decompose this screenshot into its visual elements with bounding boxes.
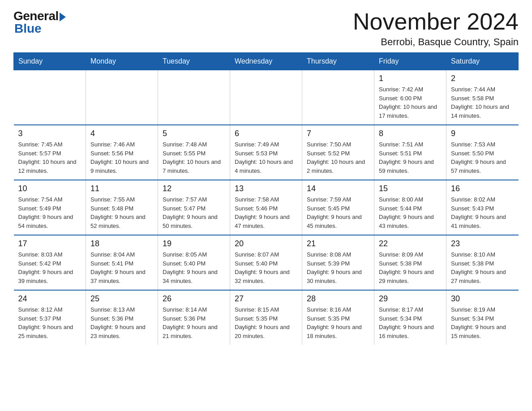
day-info: Sunrise: 8:13 AMSunset: 5:36 PMDaylight:… (90, 305, 153, 340)
calendar-cell: 25Sunrise: 8:13 AMSunset: 5:36 PMDayligh… (86, 290, 158, 345)
day-number: 6 (235, 129, 297, 138)
day-number: 21 (307, 239, 369, 248)
day-info: Sunrise: 7:48 AMSunset: 5:55 PMDaylight:… (163, 140, 225, 175)
calendar-cell: 30Sunrise: 8:19 AMSunset: 5:34 PMDayligh… (446, 290, 519, 345)
calendar-cell (302, 70, 374, 125)
calendar-cell: 26Sunrise: 8:14 AMSunset: 5:36 PMDayligh… (158, 290, 230, 345)
day-number: 25 (90, 294, 153, 304)
day-number: 28 (307, 294, 369, 304)
calendar-cell: 5Sunrise: 7:48 AMSunset: 5:55 PMDaylight… (158, 125, 230, 180)
day-of-week-header: Monday (86, 53, 158, 70)
day-number: 26 (163, 294, 225, 304)
day-info: Sunrise: 8:02 AMSunset: 5:43 PMDaylight:… (451, 195, 514, 230)
day-info: Sunrise: 7:50 AMSunset: 5:52 PMDaylight:… (307, 140, 369, 175)
calendar-cell: 23Sunrise: 8:10 AMSunset: 5:38 PMDayligh… (446, 235, 519, 290)
day-info: Sunrise: 7:59 AMSunset: 5:45 PMDaylight:… (307, 195, 369, 230)
day-number: 30 (451, 294, 514, 304)
calendar-cell: 11Sunrise: 7:55 AMSunset: 5:48 PMDayligh… (86, 180, 158, 235)
day-of-week-header: Tuesday (158, 53, 230, 70)
calendar-week-row: 3Sunrise: 7:45 AMSunset: 5:57 PMDaylight… (14, 125, 519, 180)
calendar-cell: 20Sunrise: 8:07 AMSunset: 5:40 PMDayligh… (230, 235, 302, 290)
calendar-cell: 4Sunrise: 7:46 AMSunset: 5:56 PMDaylight… (86, 125, 158, 180)
calendar-week-row: 1Sunrise: 7:42 AMSunset: 6:00 PMDaylight… (14, 70, 519, 125)
logo-blue-text: Blue (14, 21, 42, 36)
calendar-cell: 21Sunrise: 8:08 AMSunset: 5:39 PMDayligh… (302, 235, 374, 290)
calendar-cell: 27Sunrise: 8:15 AMSunset: 5:35 PMDayligh… (230, 290, 302, 345)
calendar-cell: 13Sunrise: 7:58 AMSunset: 5:46 PMDayligh… (230, 180, 302, 235)
day-number: 2 (451, 74, 514, 83)
calendar-cell: 3Sunrise: 7:45 AMSunset: 5:57 PMDaylight… (14, 125, 86, 180)
calendar-cell: 8Sunrise: 7:51 AMSunset: 5:51 PMDaylight… (374, 125, 446, 180)
day-number: 7 (307, 129, 369, 138)
day-number: 16 (451, 184, 514, 193)
calendar-week-row: 24Sunrise: 8:12 AMSunset: 5:37 PMDayligh… (14, 290, 519, 345)
calendar-cell: 28Sunrise: 8:16 AMSunset: 5:35 PMDayligh… (302, 290, 374, 345)
page-header: General Blue November 2024 Berrobi, Basq… (13, 9, 519, 48)
calendar-title: November 2024 (353, 9, 519, 34)
calendar-cell: 19Sunrise: 8:05 AMSunset: 5:40 PMDayligh… (158, 235, 230, 290)
calendar-week-row: 17Sunrise: 8:03 AMSunset: 5:42 PMDayligh… (14, 235, 519, 290)
calendar-cell: 6Sunrise: 7:49 AMSunset: 5:53 PMDaylight… (230, 125, 302, 180)
day-number: 4 (90, 129, 153, 138)
calendar-cell: 17Sunrise: 8:03 AMSunset: 5:42 PMDayligh… (14, 235, 86, 290)
day-number: 10 (18, 184, 82, 193)
day-number: 24 (18, 294, 82, 304)
day-of-week-header: Thursday (302, 53, 374, 70)
day-of-week-header: Sunday (14, 53, 86, 70)
calendar-cell: 7Sunrise: 7:50 AMSunset: 5:52 PMDaylight… (302, 125, 374, 180)
day-info: Sunrise: 7:45 AMSunset: 5:57 PMDaylight:… (18, 140, 82, 175)
calendar-cell: 29Sunrise: 8:17 AMSunset: 5:34 PMDayligh… (374, 290, 446, 345)
day-info: Sunrise: 8:19 AMSunset: 5:34 PMDaylight:… (451, 305, 514, 340)
day-info: Sunrise: 7:44 AMSunset: 5:58 PMDaylight:… (451, 85, 514, 120)
calendar-cell: 10Sunrise: 7:54 AMSunset: 5:49 PMDayligh… (14, 180, 86, 235)
day-info: Sunrise: 7:49 AMSunset: 5:53 PMDaylight:… (235, 140, 297, 175)
day-of-week-header: Wednesday (230, 53, 302, 70)
day-number: 29 (379, 294, 442, 304)
day-info: Sunrise: 8:09 AMSunset: 5:38 PMDaylight:… (379, 250, 442, 285)
day-info: Sunrise: 8:10 AMSunset: 5:38 PMDaylight:… (451, 250, 514, 285)
day-number: 8 (379, 129, 442, 138)
day-info: Sunrise: 8:14 AMSunset: 5:36 PMDaylight:… (163, 305, 225, 340)
day-number: 13 (235, 184, 297, 193)
day-info: Sunrise: 8:03 AMSunset: 5:42 PMDaylight:… (18, 250, 82, 285)
day-number: 5 (163, 129, 225, 138)
calendar-cell: 2Sunrise: 7:44 AMSunset: 5:58 PMDaylight… (446, 70, 519, 125)
day-info: Sunrise: 7:55 AMSunset: 5:48 PMDaylight:… (90, 195, 153, 230)
calendar-cell: 18Sunrise: 8:04 AMSunset: 5:41 PMDayligh… (86, 235, 158, 290)
day-info: Sunrise: 8:15 AMSunset: 5:35 PMDaylight:… (235, 305, 297, 340)
day-number: 20 (235, 239, 297, 248)
day-number: 27 (235, 294, 297, 304)
day-info: Sunrise: 8:04 AMSunset: 5:41 PMDaylight:… (90, 250, 153, 285)
day-number: 18 (90, 239, 153, 248)
calendar-cell: 22Sunrise: 8:09 AMSunset: 5:38 PMDayligh… (374, 235, 446, 290)
calendar-cell: 14Sunrise: 7:59 AMSunset: 5:45 PMDayligh… (302, 180, 374, 235)
calendar-cell: 24Sunrise: 8:12 AMSunset: 5:37 PMDayligh… (14, 290, 86, 345)
day-number: 15 (379, 184, 442, 193)
day-info: Sunrise: 7:58 AMSunset: 5:46 PMDaylight:… (235, 195, 297, 230)
day-number: 1 (379, 74, 442, 83)
day-info: Sunrise: 7:42 AMSunset: 6:00 PMDaylight:… (379, 85, 442, 120)
calendar-cell: 9Sunrise: 7:53 AMSunset: 5:50 PMDaylight… (446, 125, 519, 180)
day-info: Sunrise: 8:07 AMSunset: 5:40 PMDaylight:… (235, 250, 297, 285)
calendar-cell (86, 70, 158, 125)
calendar-cell: 15Sunrise: 8:00 AMSunset: 5:44 PMDayligh… (374, 180, 446, 235)
day-info: Sunrise: 8:00 AMSunset: 5:44 PMDaylight:… (379, 195, 442, 230)
day-number: 17 (18, 239, 82, 248)
day-info: Sunrise: 8:17 AMSunset: 5:34 PMDaylight:… (379, 305, 442, 340)
day-info: Sunrise: 7:53 AMSunset: 5:50 PMDaylight:… (451, 140, 514, 175)
day-of-week-header: Saturday (446, 53, 519, 70)
calendar-week-row: 10Sunrise: 7:54 AMSunset: 5:49 PMDayligh… (14, 180, 519, 235)
calendar-cell (14, 70, 86, 125)
logo: General Blue (13, 9, 66, 36)
day-number: 22 (379, 239, 442, 248)
calendar-cell (230, 70, 302, 125)
day-number: 11 (90, 184, 153, 193)
day-info: Sunrise: 8:08 AMSunset: 5:39 PMDaylight:… (307, 250, 369, 285)
logo-arrow-icon (60, 13, 66, 21)
calendar-cell: 1Sunrise: 7:42 AMSunset: 6:00 PMDaylight… (374, 70, 446, 125)
calendar-table: SundayMondayTuesdayWednesdayThursdayFrid… (13, 52, 519, 345)
day-number: 14 (307, 184, 369, 193)
day-info: Sunrise: 8:16 AMSunset: 5:35 PMDaylight:… (307, 305, 369, 340)
day-of-week-header: Friday (374, 53, 446, 70)
calendar-header-row: SundayMondayTuesdayWednesdayThursdayFrid… (14, 53, 519, 70)
